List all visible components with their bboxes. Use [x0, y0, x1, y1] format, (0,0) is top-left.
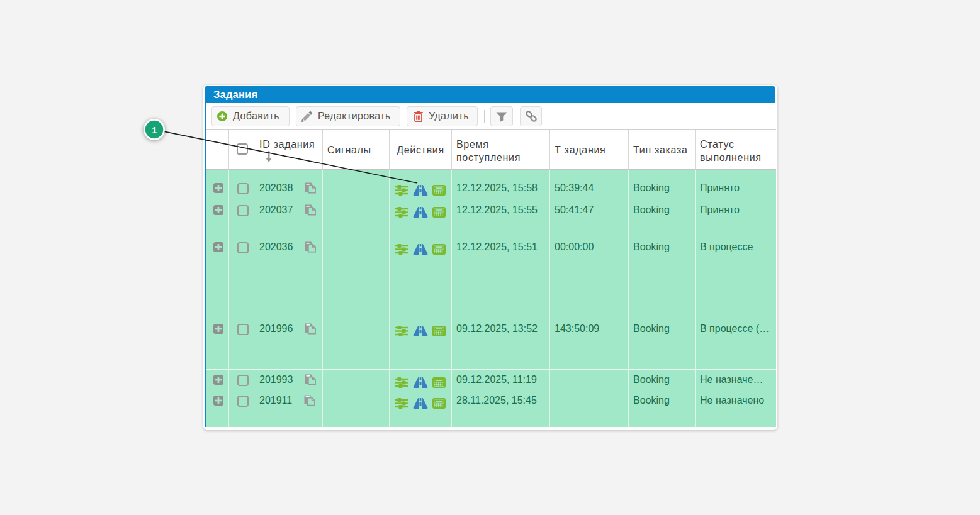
- svg-text:1: 1: [152, 125, 157, 135]
